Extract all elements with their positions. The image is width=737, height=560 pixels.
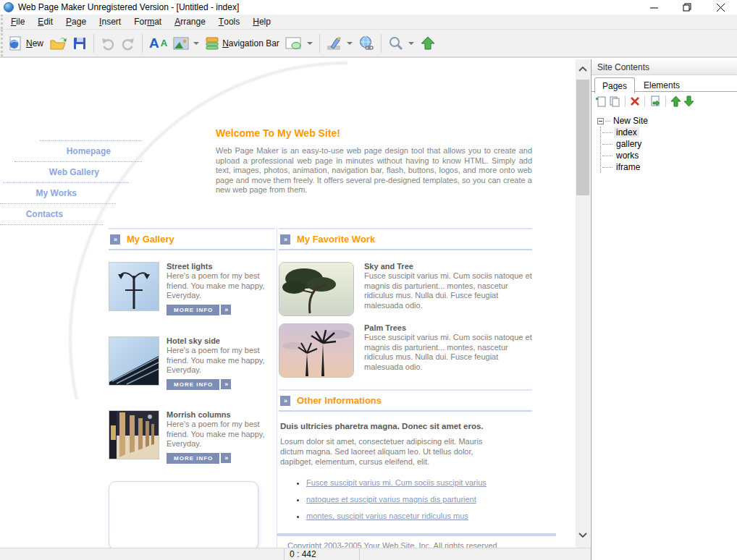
insert-text-button[interactable]: AA xyxy=(146,33,170,54)
zoom-dropdown-caret[interactable] xyxy=(408,42,414,45)
title-bar: Web Page Maker Unregistered Version - [U… xyxy=(0,0,737,14)
insert-form-button[interactable] xyxy=(282,33,316,54)
scroll-down-arrow[interactable] xyxy=(576,528,590,541)
app-window: Web Page Maker Unregistered Version - [U… xyxy=(0,0,737,560)
restore-button[interactable] xyxy=(670,0,704,14)
copy-page-button[interactable] xyxy=(609,96,620,107)
menu-help[interactable]: Help xyxy=(246,14,277,29)
tab-elements[interactable]: Elements xyxy=(636,77,687,93)
publish-button[interactable] xyxy=(417,33,439,54)
open-button[interactable] xyxy=(46,33,70,54)
copyright-text: Copyright 2003-2005 Your Web Site, Inc. … xyxy=(287,541,497,548)
other-section-header: » Other Informations xyxy=(279,389,532,412)
tree-connector xyxy=(602,156,612,156)
tree-connector xyxy=(602,167,612,168)
tree-item-gallery[interactable]: gallery xyxy=(601,138,736,150)
window-title: Web Page Maker Unregistered Version - [U… xyxy=(18,2,239,12)
toolbar-separator xyxy=(381,34,382,53)
menu-edit[interactable]: Edit xyxy=(31,14,59,29)
minimize-icon xyxy=(650,4,658,12)
hyperlink-globe-icon xyxy=(358,35,374,51)
tree-item-works[interactable]: works xyxy=(601,150,736,161)
navigation-bar-button[interactable]: Navigation Bar xyxy=(202,33,282,54)
new-button-label: New xyxy=(26,38,43,48)
toolbar-separator xyxy=(142,34,143,53)
add-page-button[interactable] xyxy=(595,96,607,107)
delete-page-button[interactable] xyxy=(630,96,640,106)
insert-image-button[interactable] xyxy=(170,33,202,54)
style-dropdown-caret[interactable] xyxy=(347,42,353,45)
navigation-bar-icon xyxy=(205,36,219,51)
zoom-button[interactable] xyxy=(385,33,417,54)
canvas-vertical-scrollbar[interactable] xyxy=(576,59,590,548)
new-document-icon xyxy=(7,35,23,51)
text-link[interactable]: montes, suscipit varius nascetur ridicul… xyxy=(306,512,468,520)
style-button[interactable] xyxy=(324,33,355,54)
collapse-minus-icon[interactable] xyxy=(597,118,604,124)
tree-item-iframe[interactable]: iframe xyxy=(601,161,736,173)
text-icon-small: A xyxy=(161,38,167,48)
favorite-item-desc: Fusce suscipit varius mi. Cum sociis nat… xyxy=(364,333,532,372)
page-properties-button[interactable] xyxy=(649,96,661,107)
gallery-item-desc: Here's a poem for my best friend. You ma… xyxy=(167,346,282,376)
tree-connector xyxy=(602,144,612,145)
scrollbar-thumb[interactable] xyxy=(576,80,589,195)
favorite-item-desc: Fusce suscipit varius mi. Cum sociis nat… xyxy=(364,271,532,310)
menu-format[interactable]: Format xyxy=(127,14,168,29)
down-arrow-icon xyxy=(683,96,694,107)
panel-title: Site Contents xyxy=(591,59,737,75)
nav-link-contacts[interactable]: Contacts xyxy=(0,204,103,225)
tree-item-index[interactable]: index xyxy=(601,127,736,138)
toolbar-separator xyxy=(319,34,320,53)
more-info-button[interactable]: MORE INFO xyxy=(167,453,219,464)
welcome-heading: Welcome To My Web Site! xyxy=(216,127,340,139)
nav-link-web-gallery[interactable]: Web Gallery xyxy=(3,162,128,183)
navigation-bar-label: Navigation Bar xyxy=(222,38,279,48)
palm-trees-image xyxy=(279,323,354,378)
minimize-button[interactable] xyxy=(637,0,670,14)
menu-arrange[interactable]: Arrange xyxy=(168,14,212,29)
chevrons-icon[interactable]: » xyxy=(221,453,231,463)
list-item: Fusce suscipit varius mi. Cum sociis sus… xyxy=(306,478,487,487)
nav-link-homepage[interactable]: Homepage xyxy=(14,141,142,162)
move-up-button[interactable] xyxy=(670,96,681,107)
restore-icon xyxy=(683,3,691,12)
more-info-button[interactable]: MORE INFO xyxy=(167,305,219,315)
toolbar-separator xyxy=(93,34,94,53)
save-button[interactable] xyxy=(70,33,90,54)
image-dropdown-caret[interactable] xyxy=(193,42,199,45)
move-down-button[interactable] xyxy=(683,96,694,107)
more-info-button[interactable]: MORE INFO xyxy=(167,379,219,390)
text-link[interactable]: Fusce suscipit varius mi. Cum sociis sus… xyxy=(306,478,487,487)
gallery-item: Street lights Here's a poem for my best … xyxy=(109,262,275,315)
tree-connector xyxy=(602,132,612,133)
chevrons-icon: » xyxy=(280,234,290,245)
nav-link-my-works[interactable]: My Works xyxy=(0,183,116,204)
chevrons-icon[interactable]: » xyxy=(221,379,231,389)
undo-button[interactable] xyxy=(98,33,118,54)
site-navigation: Homepage Web Gallery My Works Contacts xyxy=(0,140,145,225)
save-floppy-icon xyxy=(72,36,87,51)
tree-root-row[interactable]: New Site xyxy=(597,115,736,127)
design-canvas[interactable]: Homepage Web Gallery My Works Contacts W… xyxy=(0,59,576,548)
text-link[interactable]: natoques et suscipit varius magnis dis p… xyxy=(306,495,476,504)
menu-tools[interactable]: Tools xyxy=(212,14,246,29)
scroll-up-arrow[interactable] xyxy=(576,62,590,75)
menu-insert[interactable]: Insert xyxy=(93,14,127,29)
window-controls xyxy=(637,0,737,14)
publish-up-arrow-icon xyxy=(420,35,436,51)
close-button[interactable] xyxy=(704,0,737,14)
hyperlink-button[interactable] xyxy=(355,33,377,54)
redo-button[interactable] xyxy=(118,33,138,54)
panel-toolbar-separator xyxy=(665,96,666,107)
chevrons-icon[interactable]: » xyxy=(221,305,231,315)
form-dropdown-caret[interactable] xyxy=(307,42,313,45)
tab-pages[interactable]: Pages xyxy=(594,77,635,93)
footer-rule xyxy=(277,533,556,536)
menu-page[interactable]: Page xyxy=(59,14,93,29)
menu-file[interactable]: File xyxy=(4,14,31,29)
panel-tab-row: Pages Elements xyxy=(591,75,737,92)
favorite-item-title: Sky and Tree xyxy=(364,262,532,271)
new-page-button[interactable]: New xyxy=(4,33,46,54)
tree-root-label[interactable]: New Site xyxy=(612,115,649,127)
